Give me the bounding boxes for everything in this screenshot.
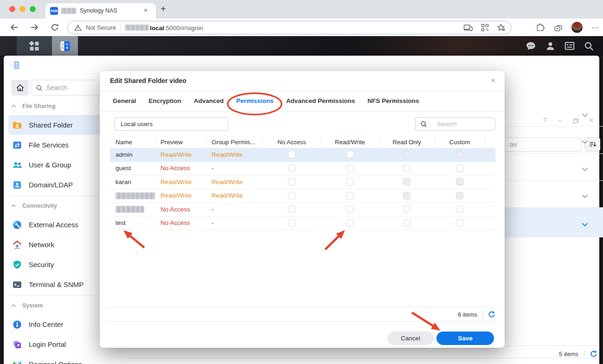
widgets-icon[interactable]	[564, 40, 576, 52]
sidebar-item-regional-options[interactable]: Regional Options	[8, 354, 111, 364]
custom-checkbox[interactable]	[456, 219, 463, 227]
new-tab-button[interactable]: +	[160, 4, 166, 14]
tab-nfs-permissions[interactable]: NFS Permissions	[367, 97, 419, 104]
column-header-read-write[interactable]: Read/Write	[321, 139, 379, 146]
user-name: guest	[110, 165, 155, 172]
back-icon[interactable]	[9, 22, 19, 32]
permission-row-test[interactable]: testNo Access-	[110, 217, 495, 230]
browser-menu-icon[interactable]: ⋯	[591, 23, 599, 32]
control-panel-taskbar-button[interactable]	[52, 36, 78, 56]
table-refresh-icon[interactable]	[488, 311, 495, 318]
send-to-devices-icon[interactable]	[463, 24, 473, 31]
no-access-checkbox[interactable]	[288, 205, 295, 213]
profile-avatar[interactable]	[571, 22, 583, 33]
permission-row-redacted[interactable]: Read/WriteRead/Write	[110, 189, 495, 203]
expand-chevron-icon[interactable]	[582, 165, 588, 173]
user-name: test	[110, 219, 155, 226]
sidebar-search-placeholder: Search	[46, 84, 67, 91]
read-only-checkbox[interactable]	[403, 165, 411, 172]
permission-items-count: 6 items	[458, 311, 477, 318]
add-favorite-star-icon[interactable]	[497, 24, 506, 32]
list-refresh-icon[interactable]	[590, 350, 597, 358]
no-access-checkbox[interactable]	[288, 192, 295, 199]
expand-chevron-icon[interactable]	[582, 138, 588, 146]
sidebar-item-file-services[interactable]: File Services	[8, 135, 111, 155]
no-access-checkbox[interactable]	[288, 165, 295, 172]
no-access-checkbox[interactable]	[288, 219, 295, 227]
mac-zoom-button[interactable]	[30, 6, 36, 12]
tab-encryption[interactable]: Encryption	[148, 97, 181, 104]
home-button[interactable]	[11, 80, 29, 96]
preview-permission: No Access	[155, 206, 206, 213]
collections-icon[interactable]	[554, 23, 563, 32]
extensions-icon[interactable]	[536, 23, 545, 32]
user-name	[110, 192, 155, 199]
column-header-name[interactable]: Name	[110, 139, 155, 146]
read-only-checkbox	[403, 192, 411, 199]
dialog-close-icon[interactable]: ×	[491, 76, 495, 85]
save-button[interactable]: Save	[436, 332, 494, 345]
tab-close-icon[interactable]: ×	[144, 6, 148, 14]
permission-row-admin[interactable]: adminRead/WriteRead/Write	[110, 148, 495, 162]
custom-checkbox[interactable]	[456, 165, 463, 172]
permission-row-karan[interactable]: karanRead/WriteRead/Write	[110, 175, 495, 189]
tab-advanced-permissions[interactable]: Advanced Permissions	[286, 97, 355, 104]
read-write-checkbox[interactable]	[346, 219, 354, 227]
edit-shared-folder-dialog: Edit Shared Folder video × GeneralEncryp…	[100, 71, 505, 348]
sidebar-item-network[interactable]: Network	[8, 235, 111, 255]
tab-advanced[interactable]: Advanced	[194, 97, 224, 104]
sidebar-item-info-center[interactable]: Info Center	[8, 314, 111, 334]
browser-tab[interactable]: DSM Synology NAS ×	[45, 3, 156, 19]
sidebar-item-external-access[interactable]: External Access	[8, 215, 111, 235]
not-secure-label: Not Secure	[86, 24, 116, 31]
address-bar[interactable]: Not Secure local:5000/#/signin	[67, 21, 512, 34]
tab-general[interactable]: General	[113, 97, 136, 104]
permission-search-input[interactable]: Search	[415, 117, 495, 131]
permission-row-guest[interactable]: guestNo Access-	[110, 162, 495, 176]
sidebar-item-terminal-snmp[interactable]: Terminal & SNMP	[8, 275, 111, 294]
sidebar-item-shared-folder[interactable]: Shared Folder	[8, 115, 111, 135]
sidebar-item-login-portal[interactable]: Login Portal	[8, 334, 111, 354]
read-write-checkbox[interactable]	[346, 192, 354, 199]
expand-chevron-icon[interactable]	[582, 192, 588, 200]
section-label: System	[22, 302, 43, 309]
permission-row-redacted[interactable]: No Access-	[110, 203, 495, 217]
column-header-read-only[interactable]: Read Only	[379, 139, 435, 146]
qr-code-icon[interactable]	[481, 24, 489, 32]
dsm-search-icon[interactable]	[583, 40, 595, 52]
mac-minimize-button[interactable]	[19, 6, 26, 12]
expand-chevron-icon[interactable]	[582, 111, 588, 119]
sidebar-divider	[9, 196, 112, 196]
notifications-chat-icon[interactable]	[525, 40, 537, 52]
main-menu-button[interactable]	[17, 36, 52, 56]
mac-close-button[interactable]	[9, 6, 15, 12]
forward-icon[interactable]	[29, 22, 39, 32]
column-header-no-access[interactable]: No Access	[263, 139, 321, 146]
expand-chevron-icon[interactable]	[582, 220, 588, 229]
column-header-group-permis-[interactable]: Group Permis...	[206, 139, 263, 146]
no-access-checkbox[interactable]	[288, 151, 295, 158]
user-options-icon[interactable]	[545, 40, 556, 52]
sidebar-item-domain-ldap[interactable]: Domain/LDAP	[8, 175, 111, 195]
user-scope-dropdown[interactable]: Local users	[115, 117, 228, 131]
network-icon	[12, 240, 22, 250]
permissions-table: NamePreviewGroup Permis...No AccessRead/…	[110, 136, 495, 230]
window-bottom-border	[125, 358, 597, 358]
tab-permissions[interactable]: Permissions	[236, 97, 273, 104]
sidebar-item-security[interactable]: Security	[8, 255, 111, 275]
column-header-preview[interactable]: Preview	[155, 139, 206, 146]
refresh-icon[interactable]	[50, 22, 60, 32]
no-access-checkbox[interactable]	[288, 178, 295, 185]
read-write-checkbox[interactable]	[346, 165, 354, 172]
read-only-checkbox[interactable]	[403, 219, 411, 227]
column-header-custom[interactable]: Custom	[435, 139, 485, 146]
read-write-checkbox[interactable]	[346, 178, 354, 185]
custom-checkbox[interactable]	[456, 205, 463, 213]
cancel-button[interactable]: Cancel	[387, 332, 434, 345]
section-label: File Sharing	[22, 103, 56, 109]
read-write-checkbox[interactable]	[346, 151, 354, 158]
sidebar-item-label: File Services	[29, 141, 69, 149]
read-write-checkbox[interactable]	[346, 205, 354, 213]
sidebar-item-user-group[interactable]: User & Group	[8, 155, 111, 175]
read-only-checkbox[interactable]	[403, 205, 411, 213]
